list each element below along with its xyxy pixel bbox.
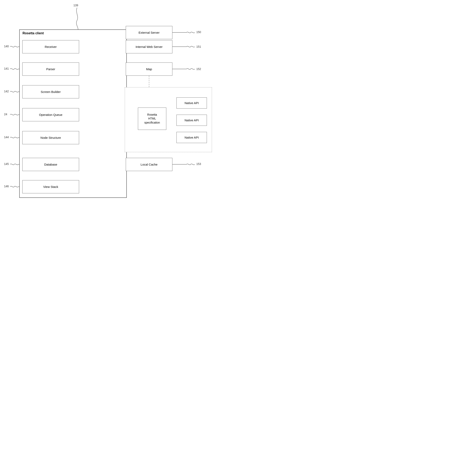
ref-144: 144 (4, 135, 9, 139)
native-api-1-box: Native API (176, 97, 207, 108)
diagram: 139 Rosetta client 140 Receiver 141 Pars… (0, 0, 223, 223)
ref-24: 24 (4, 113, 7, 116)
ref-142: 142 (4, 90, 9, 93)
parser-box: Parser (22, 62, 79, 76)
ref-150: 150 (196, 30, 201, 34)
map-box: Map (126, 62, 172, 76)
receiver-box: Receiver (22, 40, 79, 53)
ref-146: 146 (4, 185, 9, 188)
ref-153: 153 (196, 162, 201, 166)
database-box: Database (22, 158, 79, 171)
node-structure-box: Node Structure (22, 131, 79, 144)
view-stack-box: View Stack (22, 180, 79, 193)
external-server-box: External Server (126, 26, 172, 39)
rosetta-html-box: Rosetta HTML specification (138, 107, 166, 130)
rosetta-client-label: Rosetta client (23, 31, 44, 35)
ref-139: 139 (73, 4, 78, 7)
ref-145: 145 (4, 162, 9, 166)
internal-web-server-box: Internal Web Server (126, 40, 172, 53)
screen-builder-box: Screen Builder (22, 85, 79, 98)
native-api-3-box: Native API (176, 132, 207, 143)
ref-141: 141 (4, 67, 9, 70)
ref-152: 152 (196, 67, 201, 71)
native-api-2-box: Native API (176, 115, 207, 126)
ref-140: 140 (4, 45, 9, 48)
local-cache-box: Local Cache (126, 158, 172, 171)
ref-151: 151 (196, 45, 201, 48)
operation-queue-box: Operation Queue (22, 108, 79, 121)
